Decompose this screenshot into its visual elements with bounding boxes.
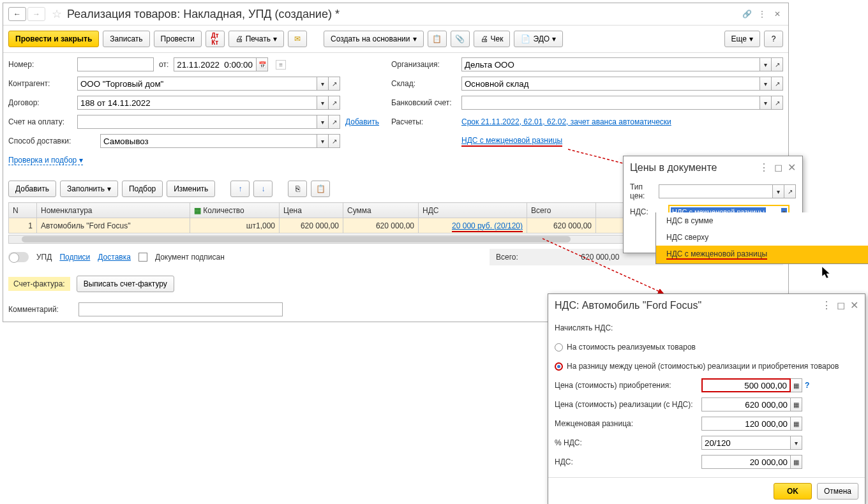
vat-mode-list: НДС в сумме НДС сверху НДС с межценовой …	[655, 212, 868, 264]
invoice-dropdown-icon[interactable]: ▾	[317, 115, 329, 129]
price-type-input[interactable]	[659, 184, 773, 198]
comment-label: Комментарий:	[8, 305, 72, 314]
doc-signed-checkbox[interactable]	[138, 253, 147, 262]
cell-n[interactable]: 1	[9, 218, 37, 233]
contractor-open-icon[interactable]: ↗	[329, 77, 340, 91]
issue-invoice-button[interactable]: Выписать счет-фактуру	[77, 276, 174, 292]
post-button[interactable]: Провести	[154, 31, 202, 47]
more-label: Еще	[731, 34, 747, 43]
cell-qty[interactable]: 1,000 шт	[190, 218, 280, 233]
delivery-open-icon[interactable]: ↗	[329, 134, 340, 148]
org-dropdown-icon[interactable]: ▾	[760, 57, 772, 71]
contractor-input[interactable]	[77, 77, 317, 91]
close-icon[interactable]: ✕	[772, 10, 783, 19]
comment-input[interactable]	[79, 302, 283, 316]
from-label: от:	[159, 60, 168, 69]
prices-popup-title: Цены в документе	[630, 162, 717, 174]
add-row-button[interactable]: Добавить	[8, 181, 56, 197]
col-nomen[interactable]: Номенклатура	[37, 203, 190, 218]
mouse-cursor-icon	[822, 267, 832, 279]
popup-close-icon[interactable]: ✕	[788, 161, 796, 174]
cell-nomen[interactable]: Автомобиль "Ford Focus"	[37, 218, 190, 233]
more-button[interactable]: Еще ▾	[724, 31, 760, 47]
contractor-label: Контрагент:	[8, 79, 77, 88]
copy-button[interactable]: 📋	[428, 31, 447, 47]
check-select-link[interactable]: Проверка и подбор ▾	[8, 156, 83, 165]
contract-open-icon[interactable]: ↗	[329, 96, 340, 110]
favorite-icon[interactable]: ☆	[52, 7, 62, 21]
vat-popup-close-icon[interactable]: ✕	[850, 299, 858, 311]
edit-button[interactable]: Изменить	[167, 181, 215, 197]
vat-popup-title: НДС: Автомобиль "Ford Focus"	[555, 300, 701, 311]
select-button[interactable]: Подбор	[122, 181, 163, 197]
upd-toggle[interactable]	[8, 252, 29, 262]
org-input[interactable]	[461, 57, 760, 71]
delivery-input[interactable]	[100, 134, 317, 148]
col-price[interactable]: Цена	[280, 203, 343, 218]
cell-sum[interactable]: 620 000,00	[343, 218, 419, 233]
org-open-icon[interactable]: ↗	[772, 57, 783, 71]
link-icon[interactable]: 🔗	[741, 10, 752, 19]
post-and-close-button[interactable]: Провести и закрыть	[8, 31, 99, 47]
delivery-link[interactable]: Доставка	[98, 253, 131, 262]
help-button[interactable]: ?	[764, 31, 783, 47]
bank-dropdown-icon[interactable]: ▾	[760, 96, 772, 110]
popup-max-icon[interactable]: ◻	[774, 161, 782, 174]
warehouse-open-icon[interactable]: ↗	[772, 77, 783, 91]
doc-signed-label: Документ подписан	[155, 253, 225, 262]
warehouse-dropdown-icon[interactable]: ▾	[760, 77, 772, 91]
number-label: Номер:	[8, 60, 77, 69]
email-button[interactable]: ✉	[288, 31, 307, 47]
org-label: Организация:	[391, 60, 461, 69]
attach-button[interactable]: 📎	[451, 31, 470, 47]
contractor-dropdown-icon[interactable]: ▾	[317, 77, 329, 91]
add-invoice-link[interactable]: Добавить	[345, 117, 379, 126]
invoice-input[interactable]	[77, 115, 317, 129]
print-button[interactable]: 🖨 Печать ▾	[228, 31, 284, 47]
col-sum[interactable]: Сумма	[343, 203, 419, 218]
move-up-button[interactable]: ↑	[230, 181, 250, 197]
nav-forward-button[interactable]: →	[27, 7, 45, 21]
nav-back-button[interactable]: ←	[8, 7, 26, 21]
vat-option-diff[interactable]: НДС с межценовой разницы	[656, 246, 868, 263]
fill-button[interactable]: Заполнить ▾	[60, 181, 118, 197]
vat-popup-more-icon[interactable]: ⋮	[821, 299, 832, 311]
number-input[interactable]	[77, 57, 154, 71]
check-button[interactable]: 🖨 Чек	[474, 31, 511, 47]
dtct-button[interactable]: ДтКт	[206, 31, 225, 47]
bank-input[interactable]	[461, 96, 760, 110]
col-n[interactable]: N	[9, 203, 37, 218]
cell-total[interactable]: 620 000,00	[527, 218, 596, 233]
move-down-button[interactable]: ↓	[253, 181, 273, 197]
paste-rows-button[interactable]: 📋	[311, 181, 330, 197]
cell-price[interactable]: 620 000,00	[280, 218, 343, 233]
calendar-icon[interactable]: 📅	[257, 57, 268, 71]
cell-vat[interactable]: 20 000 руб. (20/120)	[419, 218, 527, 233]
create-based-button[interactable]: Создать на основании ▾	[324, 31, 424, 47]
delivery-dropdown-icon[interactable]: ▾	[317, 134, 329, 148]
warehouse-label: Склад:	[391, 79, 461, 88]
vat-option-in-sum[interactable]: НДС в сумме	[656, 212, 868, 229]
edo-button[interactable]: 📄 ЭДО ▾	[514, 31, 563, 47]
more-icon[interactable]: ⋮	[756, 10, 768, 19]
warehouse-input[interactable]	[461, 77, 760, 91]
contract-dropdown-icon[interactable]: ▾	[317, 96, 329, 110]
vat-mode-link[interactable]: НДС с межценовой разницы	[461, 136, 562, 147]
invoice-open-icon[interactable]: ↗	[329, 115, 340, 129]
popup-more-icon[interactable]: ⋮	[759, 161, 769, 174]
col-vat[interactable]: НДС	[419, 203, 527, 218]
contract-input[interactable]	[77, 96, 317, 110]
price-type-open-icon[interactable]: ↗	[784, 184, 796, 198]
vat-option-on-top[interactable]: НДС сверху	[656, 229, 868, 246]
calc-link[interactable]: Срок 21.11.2022, 62.01, 62.02, зачет ава…	[461, 117, 671, 126]
col-qty[interactable]: ▦ Количество	[190, 203, 280, 218]
vat-popup-max-icon[interactable]: ◻	[837, 299, 845, 311]
price-type-dropdown-icon[interactable]: ▾	[773, 184, 784, 198]
col-total[interactable]: Всего	[527, 203, 596, 218]
copy-rows-button[interactable]: ⎘	[288, 181, 307, 197]
delivery-label: Способ доставки:	[8, 137, 100, 145]
signatures-link[interactable]: Подписи	[59, 253, 90, 262]
save-button[interactable]: Записать	[103, 31, 149, 47]
date-input[interactable]	[174, 57, 257, 71]
bank-open-icon[interactable]: ↗	[772, 96, 783, 110]
